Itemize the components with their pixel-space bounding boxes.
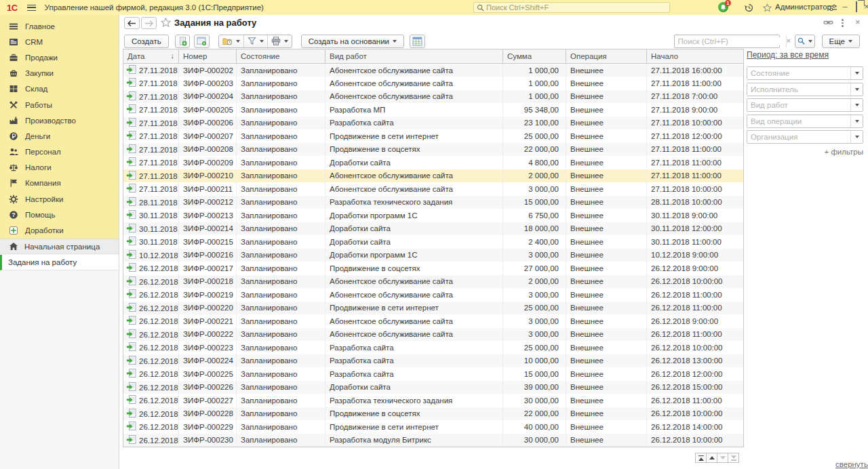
- sidebar-item-home[interactable]: Начальная страница: [0, 239, 119, 254]
- global-search[interactable]: [473, 2, 670, 13]
- more-button[interactable]: Еще: [822, 35, 860, 48]
- period-link[interactable]: Период: за все время: [747, 50, 863, 60]
- table-row[interactable]: 27.11.2018ЗИФР-000202ЗапланированоАбонен…: [123, 64, 744, 77]
- filter-combo-исполнитель[interactable]: [747, 83, 863, 96]
- filter-funnel-icon[interactable]: [244, 35, 268, 47]
- sidebar-item-help[interactable]: ?Помощь: [0, 207, 119, 222]
- table-row[interactable]: 26.12.2018ЗИФР-000230ЗапланированоРазраб…: [123, 434, 744, 447]
- filter-input[interactable]: [747, 67, 850, 79]
- sidebar-item-purchases[interactable]: Закупки: [0, 66, 119, 81]
- notifications-icon[interactable]: 1: [717, 1, 729, 13]
- table-row[interactable]: 27.11.2018ЗИФР-000210ЗапланированоАбонен…: [123, 169, 744, 183]
- link-icon[interactable]: [823, 18, 833, 28]
- column-header[interactable]: Операция: [566, 49, 647, 64]
- table-row[interactable]: 26.12.2018ЗИФР-000228ЗапланированоПродви…: [123, 407, 744, 421]
- work-orders-table[interactable]: Дата↓НомерСостояниеВид работСуммаОпераци…: [123, 49, 743, 447]
- sidebar-item-addons[interactable]: Доработки: [0, 222, 119, 238]
- attachments-icon[interactable]: [219, 35, 244, 47]
- sidebar-item-taxes[interactable]: Налоги: [0, 160, 119, 176]
- sidebar-item-warehouse[interactable]: Склад: [0, 81, 119, 97]
- table-row[interactable]: 26.12.2018ЗИФР-000225ЗапланированоРазраб…: [123, 367, 744, 381]
- chevron-down-icon[interactable]: [850, 67, 863, 79]
- column-header[interactable]: Номер: [179, 49, 237, 64]
- filter-combo-организация[interactable]: [747, 130, 863, 144]
- back-button[interactable]: [124, 17, 140, 29]
- table-row[interactable]: 27.11.2018ЗИФР-000203ЗапланированоАбонен…: [123, 77, 744, 90]
- row-down-button[interactable]: [717, 453, 728, 463]
- sidebar-item-main[interactable]: Главное: [0, 18, 119, 34]
- filter-combo-состояние[interactable]: [747, 66, 863, 80]
- table-row[interactable]: 26.12.2018ЗИФР-000220ЗапланированоПродви…: [123, 302, 744, 315]
- chevron-down-icon[interactable]: [850, 99, 863, 111]
- column-header[interactable]: Дата↓: [123, 49, 179, 64]
- table-row[interactable]: 26.12.2018ЗИФР-000224ЗапланированоРазраб…: [123, 354, 744, 368]
- export-table-icon[interactable]: [410, 35, 425, 48]
- go-to-bottom-button[interactable]: [728, 453, 739, 463]
- window-minimize-button[interactable]: –: [840, 1, 850, 12]
- table-row[interactable]: 30.11.2018ЗИФР-000215ЗапланированоДорабо…: [123, 235, 744, 249]
- create-based-on-button[interactable]: Создать на основании: [301, 35, 404, 48]
- table-row[interactable]: 26.12.2018ЗИФР-000221ЗапланированоАбонен…: [123, 314, 744, 328]
- table-row[interactable]: 27.11.2018ЗИФР-000208ЗапланированоПродви…: [123, 143, 744, 157]
- sidebar-item-works[interactable]: Работы: [0, 97, 119, 113]
- filter-input[interactable]: [747, 83, 850, 96]
- table-row[interactable]: 26.12.2018ЗИФР-000223ЗапланированоРазраб…: [123, 341, 744, 354]
- sidebar-item-money[interactable]: Деньги: [0, 128, 119, 144]
- column-header[interactable]: Начало: [647, 49, 744, 64]
- create-copy-icon[interactable]: [175, 35, 190, 48]
- filter-input[interactable]: [747, 131, 850, 143]
- create-button[interactable]: Создать: [124, 35, 169, 48]
- table-row[interactable]: 30.11.2018ЗИФР-000213ЗапланированоДорабо…: [123, 209, 744, 222]
- row-up-button[interactable]: [706, 453, 717, 463]
- table-row[interactable]: 28.11.2018ЗИФР-000212ЗапланированоРазраб…: [123, 196, 744, 209]
- window-close-button[interactable]: ×: [861, 1, 868, 12]
- go-to-top-button[interactable]: [695, 453, 707, 463]
- filter-input[interactable]: [747, 99, 850, 111]
- sidebar-item-sales[interactable]: Продажи: [0, 49, 119, 65]
- global-search-input[interactable]: [486, 3, 667, 12]
- table-row[interactable]: 27.11.2018ЗИФР-000211ЗапланированоАбонен…: [123, 182, 744, 196]
- table-row[interactable]: 26.12.2018ЗИФР-000229ЗапланированоПродви…: [123, 420, 744, 434]
- table-row[interactable]: 27.11.2018ЗИФР-000205ЗапланированоРазраб…: [123, 103, 744, 117]
- list-search[interactable]: ×: [674, 35, 780, 48]
- filter-input[interactable]: [747, 115, 850, 127]
- favorites-star-icon[interactable]: [762, 2, 772, 13]
- table-row[interactable]: 26.12.2018ЗИФР-000227ЗапланированоРазраб…: [123, 394, 744, 407]
- open-journal-icon[interactable]: [194, 35, 210, 48]
- filter-combo-вид-операции[interactable]: [747, 115, 863, 128]
- close-page-icon[interactable]: ×: [855, 17, 861, 27]
- table-row[interactable]: 26.12.2018ЗИФР-000219ЗапланированоАбонен…: [123, 288, 744, 302]
- window-restore-button[interactable]: [851, 1, 862, 12]
- history-icon[interactable]: [743, 2, 754, 13]
- clear-search-icon[interactable]: ×: [786, 35, 791, 47]
- quick-settings-icon[interactable]: [827, 2, 838, 13]
- table-row[interactable]: 26.12.2018ЗИФР-000222ЗапланированоАбонен…: [123, 328, 744, 342]
- chevron-down-icon[interactable]: [850, 131, 863, 143]
- list-search-input[interactable]: [675, 37, 786, 45]
- table-row[interactable]: 27.11.2018ЗИФР-000207ЗапланированоПродви…: [123, 129, 744, 143]
- table-row[interactable]: 27.11.2018ЗИФР-000206ЗапланированоРазраб…: [123, 117, 744, 130]
- chevron-down-icon[interactable]: [850, 83, 863, 96]
- table-row[interactable]: 27.11.2018ЗИФР-000209ЗапланированоДорабо…: [123, 156, 744, 169]
- column-header[interactable]: Состояние: [237, 49, 326, 64]
- table-row[interactable]: 26.12.2018ЗИФР-000218ЗапланированоАбонен…: [123, 275, 744, 289]
- table-row[interactable]: 26.12.2018ЗИФР-000226ЗапланированоДорабо…: [123, 381, 744, 394]
- sidebar-item-crm[interactable]: CRM: [0, 34, 119, 49]
- table-row[interactable]: 10.12.2018ЗИФР-000216ЗапланированоДорабо…: [123, 249, 744, 262]
- table-row[interactable]: 27.11.2018ЗИФР-000204ЗапланированоАбонен…: [123, 90, 744, 104]
- search-options-button[interactable]: [795, 35, 815, 48]
- column-header[interactable]: Вид работ: [326, 49, 503, 64]
- more-filters-link[interactable]: + фильтры: [747, 148, 863, 156]
- chevron-down-icon[interactable]: [850, 115, 863, 127]
- main-menu-icon[interactable]: [27, 5, 36, 11]
- sidebar-item-company[interactable]: Компания: [0, 176, 119, 191]
- tab-work-orders[interactable]: Задания на работу: [0, 255, 119, 270]
- table-row[interactable]: 26.12.2018ЗИФР-000217ЗапланированоПродви…: [123, 262, 744, 275]
- forward-button[interactable]: [141, 17, 157, 29]
- more-menu-icon[interactable]: [842, 19, 844, 30]
- sidebar-item-production[interactable]: Производство: [0, 113, 119, 128]
- favorite-star-icon[interactable]: [161, 18, 171, 28]
- collapse-link[interactable]: свернуть: [835, 460, 868, 468]
- filter-combo-вид-работ[interactable]: [747, 98, 863, 112]
- table-row[interactable]: 30.11.2018ЗИФР-000214ЗапланированоДорабо…: [123, 222, 744, 236]
